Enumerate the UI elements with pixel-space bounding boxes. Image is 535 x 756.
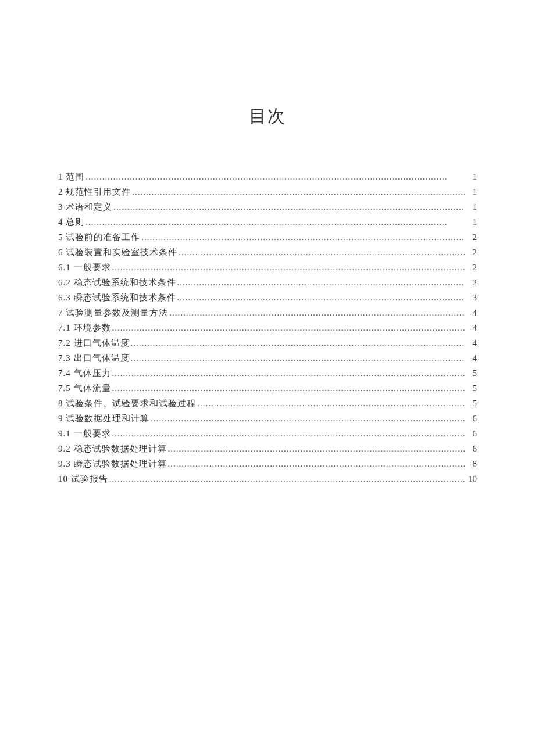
toc-entry: 7.4 气体压力5 bbox=[58, 366, 477, 381]
toc-leader-dots bbox=[131, 335, 466, 350]
toc-entry-page: 2 bbox=[466, 230, 477, 245]
toc-leader-dots bbox=[109, 471, 465, 486]
toc-entry: 6.2 稳态试验系统和技术条件2 bbox=[58, 275, 477, 290]
toc-entry-page: 1 bbox=[466, 214, 477, 230]
toc-leader-dots bbox=[169, 305, 465, 320]
toc-entry-page: 2 bbox=[466, 245, 477, 260]
toc-entry-label: 6 试验装置和实验室技术条件 bbox=[58, 245, 177, 260]
toc-entry-page: 6 bbox=[466, 426, 477, 441]
toc-leader-dots bbox=[197, 396, 465, 411]
toc-leader-dots bbox=[179, 245, 465, 260]
toc-leader-dots bbox=[132, 184, 465, 199]
toc-entry-page: 8 bbox=[466, 456, 477, 471]
document-page: 目次 1 范围12 规范性引用文件13 术语和定义14 总则15 试验前的准备工… bbox=[0, 0, 535, 756]
toc-entry-label: 6.1 一般要求 bbox=[58, 260, 111, 275]
toc-entry: 7.5 气体流量5 bbox=[58, 381, 477, 396]
toc-entry: 9.3 瞬态试验数据处理计算8 bbox=[58, 456, 477, 471]
toc-entry-label: 4 总则 bbox=[58, 214, 84, 230]
toc-entry-label: 7.1 环境参数 bbox=[58, 320, 111, 335]
toc-entry-label: 7.3 出口气体温度 bbox=[58, 350, 130, 366]
toc-leader-dots bbox=[131, 350, 466, 366]
toc-entry-label: 7.2 进口气体温度 bbox=[58, 335, 130, 350]
toc-entry-label: 1 范围 bbox=[58, 169, 84, 184]
toc-entry: 5 试验前的准备工作2 bbox=[58, 230, 477, 245]
page-title: 目次 bbox=[58, 105, 477, 128]
toc-entry-label: 9 试验数据处理和计算 bbox=[58, 411, 149, 426]
toc-entry-page: 6 bbox=[466, 411, 477, 426]
toc-entry-page: 4 bbox=[466, 305, 477, 320]
toc-leader-dots bbox=[112, 366, 466, 381]
toc-entry-page: 4 bbox=[466, 320, 477, 335]
toc-entry: 1 范围1 bbox=[58, 169, 477, 184]
toc-entry-label: 7 试验测量参数及测量方法 bbox=[58, 305, 168, 320]
toc-leader-dots bbox=[168, 441, 466, 456]
toc-entry-label: 2 规范性引用文件 bbox=[58, 184, 131, 199]
toc-entry: 6.3 瞬态试验系统和技术条件3 bbox=[58, 290, 477, 305]
toc-entry-page: 1 bbox=[466, 199, 477, 214]
toc-entry-page: 2 bbox=[466, 260, 477, 275]
toc-entry: 10 试验报告10 bbox=[58, 471, 477, 486]
toc-entry-page: 10 bbox=[466, 471, 477, 486]
toc-leader-dots bbox=[113, 199, 465, 214]
toc-entry-label: 5 试验前的准备工作 bbox=[58, 230, 140, 245]
toc-leader-dots bbox=[85, 169, 465, 184]
toc-entry-label: 9.3 瞬态试验数据处理计算 bbox=[58, 456, 167, 471]
toc-entry: 4 总则1 bbox=[58, 214, 477, 230]
toc-entry: 6 试验装置和实验室技术条件2 bbox=[58, 245, 477, 260]
toc-leader-dots bbox=[112, 260, 466, 275]
toc-entry: 3 术语和定义1 bbox=[58, 199, 477, 214]
toc-entry: 2 规范性引用文件1 bbox=[58, 184, 477, 199]
toc-leader-dots bbox=[85, 214, 465, 230]
toc-entry-label: 3 术语和定义 bbox=[58, 199, 112, 214]
toc-entry-label: 8 试验条件、试验要求和试验过程 bbox=[58, 396, 196, 411]
toc-entry: 7 试验测量参数及测量方法4 bbox=[58, 305, 477, 320]
toc-entry: 7.1 环境参数4 bbox=[58, 320, 477, 335]
toc-leader-dots bbox=[112, 320, 466, 335]
table-of-contents: 1 范围12 规范性引用文件13 术语和定义14 总则15 试验前的准备工作26… bbox=[58, 169, 477, 486]
toc-entry-label: 6.3 瞬态试验系统和技术条件 bbox=[58, 290, 176, 305]
toc-entry-page: 4 bbox=[466, 350, 477, 366]
toc-entry-label: 10 试验报告 bbox=[58, 471, 108, 486]
toc-entry-page: 5 bbox=[466, 396, 477, 411]
toc-leader-dots bbox=[112, 426, 466, 441]
toc-entry: 9.1 一般要求6 bbox=[58, 426, 477, 441]
toc-entry-label: 9.1 一般要求 bbox=[58, 426, 111, 441]
toc-entry-page: 2 bbox=[466, 275, 477, 290]
toc-entry-label: 6.2 稳态试验系统和技术条件 bbox=[58, 275, 176, 290]
toc-entry-page: 5 bbox=[466, 366, 477, 381]
toc-leader-dots bbox=[177, 275, 466, 290]
toc-entry: 9.2 稳态试验数据处理计算6 bbox=[58, 441, 477, 456]
toc-leader-dots bbox=[168, 456, 466, 471]
toc-entry: 6.1 一般要求2 bbox=[58, 260, 477, 275]
toc-entry: 8 试验条件、试验要求和试验过程5 bbox=[58, 396, 477, 411]
toc-entry-page: 6 bbox=[466, 441, 477, 456]
toc-entry-page: 3 bbox=[466, 290, 477, 305]
toc-entry-page: 5 bbox=[466, 381, 477, 396]
toc-entry: 7.3 出口气体温度4 bbox=[58, 350, 477, 366]
toc-entry: 9 试验数据处理和计算6 bbox=[58, 411, 477, 426]
toc-entry-page: 4 bbox=[466, 335, 477, 350]
toc-leader-dots bbox=[112, 381, 466, 396]
toc-leader-dots bbox=[141, 230, 465, 245]
toc-entry-page: 1 bbox=[466, 169, 477, 184]
toc-entry-label: 7.4 气体压力 bbox=[58, 366, 111, 381]
toc-leader-dots bbox=[177, 290, 466, 305]
toc-entry-label: 9.2 稳态试验数据处理计算 bbox=[58, 441, 167, 456]
toc-entry: 7.2 进口气体温度4 bbox=[58, 335, 477, 350]
toc-leader-dots bbox=[151, 411, 465, 426]
toc-entry-label: 7.5 气体流量 bbox=[58, 381, 111, 396]
toc-entry-page: 1 bbox=[466, 184, 477, 199]
